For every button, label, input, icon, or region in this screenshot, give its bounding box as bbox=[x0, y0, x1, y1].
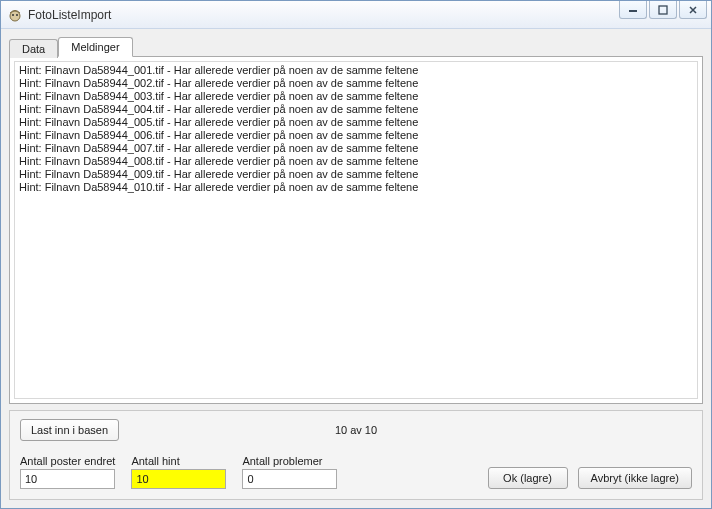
client-area: Data Meldinger Hint: Filnavn Da58944_001… bbox=[1, 29, 711, 508]
hints-label: Antall hint bbox=[131, 455, 226, 467]
tab-messages[interactable]: Meldinger bbox=[58, 37, 132, 57]
svg-point-0 bbox=[10, 11, 20, 21]
svg-point-2 bbox=[16, 14, 18, 16]
messages-listbox[interactable]: Hint: Filnavn Da58944_001.tif - Har alle… bbox=[14, 61, 698, 399]
message-line[interactable]: Hint: Filnavn Da58944_010.tif - Har alle… bbox=[17, 181, 695, 194]
records-changed-group: Antall poster endret bbox=[20, 455, 115, 489]
cancel-nosave-button[interactable]: Avbryt (ikke lagre) bbox=[578, 467, 692, 489]
tab-data[interactable]: Data bbox=[9, 39, 58, 58]
footer-fields-row: Antall poster endret Antall hint Antall … bbox=[20, 455, 692, 489]
maximize-button[interactable] bbox=[649, 1, 677, 19]
message-line[interactable]: Hint: Filnavn Da58944_008.tif - Har alle… bbox=[17, 155, 695, 168]
action-buttons: Ok (lagre) Avbryt (ikke lagre) bbox=[488, 467, 692, 489]
message-line[interactable]: Hint: Filnavn Da58944_002.tif - Har alle… bbox=[17, 77, 695, 90]
message-line[interactable]: Hint: Filnavn Da58944_005.tif - Har alle… bbox=[17, 116, 695, 129]
tab-strip: Data Meldinger bbox=[9, 35, 703, 57]
svg-point-1 bbox=[12, 14, 14, 16]
titlebar: FotoListeImport bbox=[1, 1, 711, 29]
minimize-button[interactable] bbox=[619, 1, 647, 19]
close-button[interactable] bbox=[679, 1, 707, 19]
hints-input[interactable] bbox=[131, 469, 226, 489]
message-line[interactable]: Hint: Filnavn Da58944_004.tif - Har alle… bbox=[17, 103, 695, 116]
message-line[interactable]: Hint: Filnavn Da58944_001.tif - Har alle… bbox=[17, 64, 695, 77]
footer-panel: Last inn i basen 10 av 10 Antall poster … bbox=[9, 410, 703, 500]
svg-rect-4 bbox=[659, 6, 667, 14]
window-controls bbox=[619, 1, 707, 19]
records-changed-input[interactable] bbox=[20, 469, 115, 489]
ok-save-button[interactable]: Ok (lagre) bbox=[488, 467, 568, 489]
problems-input[interactable] bbox=[242, 469, 337, 489]
window-title: FotoListeImport bbox=[28, 8, 111, 22]
message-line[interactable]: Hint: Filnavn Da58944_006.tif - Har alle… bbox=[17, 129, 695, 142]
tabpage-messages: Hint: Filnavn Da58944_001.tif - Har alle… bbox=[9, 56, 703, 404]
app-icon bbox=[7, 7, 23, 23]
svg-rect-3 bbox=[629, 10, 637, 12]
hints-group: Antall hint bbox=[131, 455, 226, 489]
message-line[interactable]: Hint: Filnavn Da58944_003.tif - Har alle… bbox=[17, 90, 695, 103]
problems-group: Antall problemer bbox=[242, 455, 337, 489]
message-line[interactable]: Hint: Filnavn Da58944_009.tif - Har alle… bbox=[17, 168, 695, 181]
problems-label: Antall problemer bbox=[242, 455, 337, 467]
footer-top-row: Last inn i basen 10 av 10 bbox=[20, 419, 692, 441]
load-into-base-button[interactable]: Last inn i basen bbox=[20, 419, 119, 441]
message-line[interactable]: Hint: Filnavn Da58944_007.tif - Har alle… bbox=[17, 142, 695, 155]
record-count-status: 10 av 10 bbox=[335, 424, 377, 436]
app-window: FotoListeImport Data Meldinger Hint: Fil… bbox=[0, 0, 712, 509]
records-changed-label: Antall poster endret bbox=[20, 455, 115, 467]
